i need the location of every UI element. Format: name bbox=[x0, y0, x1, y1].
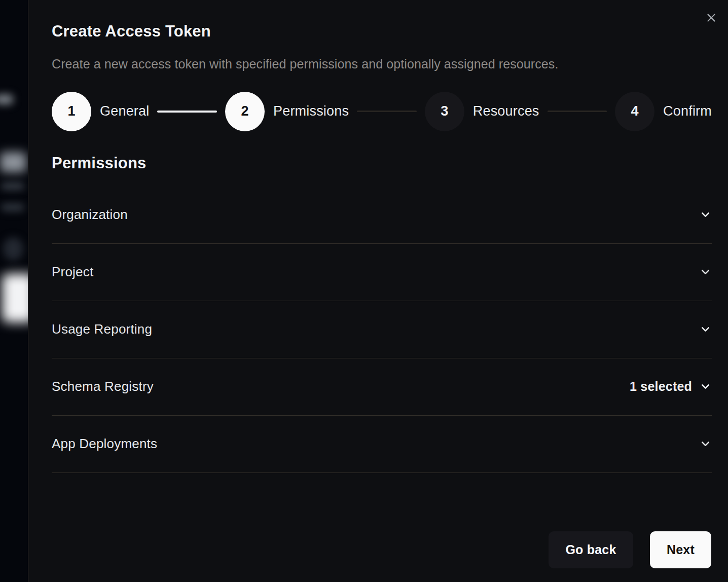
step-connector bbox=[157, 111, 217, 113]
chevron-down-icon bbox=[699, 323, 712, 336]
accordion-row-schema-registry[interactable]: Schema Registry 1 selected bbox=[52, 358, 712, 416]
step-connector bbox=[357, 111, 417, 112]
background-page bbox=[0, 0, 28, 582]
step-number: 2 bbox=[225, 92, 265, 131]
next-button[interactable]: Next bbox=[650, 531, 711, 568]
step-resources[interactable]: 3 Resources bbox=[425, 92, 539, 131]
background-blur-shape bbox=[0, 152, 26, 172]
step-label: Resources bbox=[473, 103, 539, 119]
chevron-down-icon bbox=[699, 208, 712, 221]
accordion-row-app-deployments[interactable]: App Deployments bbox=[52, 416, 712, 473]
permissions-accordion: Organization Project Usage Reporting bbox=[52, 187, 712, 473]
accordion-row-project[interactable]: Project bbox=[52, 244, 712, 301]
step-label: Permissions bbox=[273, 103, 349, 119]
chevron-down-icon bbox=[699, 380, 712, 393]
step-label: Confirm bbox=[663, 103, 712, 119]
page-title: Create Access Token bbox=[52, 22, 712, 41]
step-general[interactable]: 1 General bbox=[52, 92, 149, 131]
selected-count-badge: 1 selected bbox=[630, 379, 692, 394]
accordion-row-label: Project bbox=[52, 264, 93, 280]
accordion-row-usage-reporting[interactable]: Usage Reporting bbox=[52, 301, 712, 358]
step-connector bbox=[548, 111, 607, 112]
step-number: 1 bbox=[52, 92, 91, 131]
accordion-row-label: Schema Registry bbox=[52, 379, 154, 394]
stepper: 1 General 2 Permissions 3 Resources 4 Co… bbox=[52, 92, 712, 131]
step-confirm[interactable]: 4 Confirm bbox=[615, 92, 712, 131]
background-blur-shape bbox=[2, 274, 28, 322]
background-blur-shape bbox=[3, 237, 23, 261]
background-blur-shape bbox=[0, 94, 13, 104]
accordion-row-label: Usage Reporting bbox=[52, 321, 152, 337]
step-number: 3 bbox=[425, 92, 464, 131]
accordion-row-label: App Deployments bbox=[52, 436, 157, 452]
create-access-token-modal: Create Access Token Create a new access … bbox=[28, 0, 728, 582]
accordion-row-organization[interactable]: Organization bbox=[52, 187, 712, 244]
chevron-down-icon bbox=[699, 438, 712, 450]
section-heading: Permissions bbox=[52, 154, 712, 172]
chevron-down-icon bbox=[699, 266, 712, 278]
step-permissions[interactable]: 2 Permissions bbox=[225, 92, 349, 131]
modal-subtitle: Create a new access token with specified… bbox=[52, 57, 712, 71]
go-back-button[interactable]: Go back bbox=[549, 531, 633, 568]
step-number: 4 bbox=[615, 92, 654, 131]
background-blur-shape bbox=[1, 183, 24, 190]
background-blur-shape bbox=[1, 204, 24, 211]
modal-footer: Go back Next bbox=[549, 531, 711, 568]
step-label: General bbox=[100, 103, 149, 119]
close-icon[interactable] bbox=[703, 10, 719, 26]
accordion-row-label: Organization bbox=[52, 207, 128, 223]
